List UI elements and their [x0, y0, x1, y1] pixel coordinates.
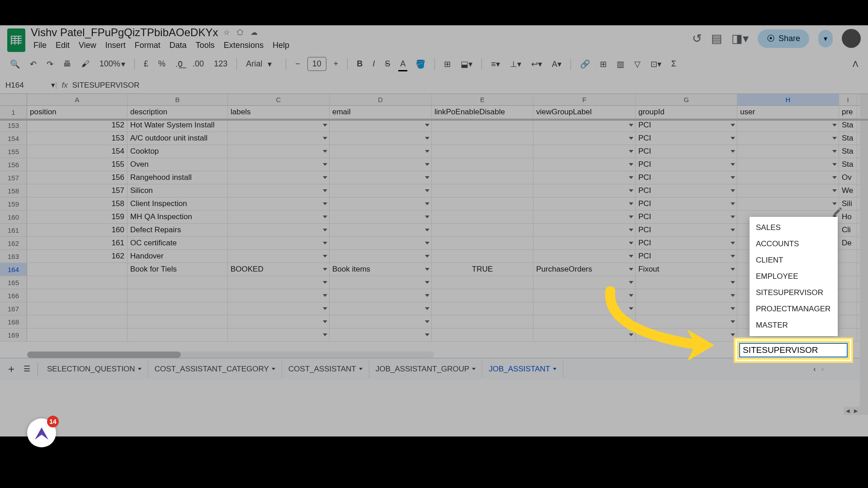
column-header-D[interactable]: D [330, 94, 432, 105]
dropdown-arrow-icon[interactable] [731, 268, 735, 271]
increase-decimal-icon[interactable]: .00 [190, 57, 207, 70]
cell[interactable] [737, 158, 839, 171]
cell[interactable]: 156 [27, 171, 127, 184]
cell[interactable]: 159 [27, 211, 127, 223]
cell[interactable]: Sta [839, 119, 857, 131]
dropdown-arrow-icon[interactable] [425, 216, 429, 218]
dropdown-arrow-icon[interactable] [731, 307, 735, 310]
dropdown-arrow-icon[interactable] [731, 163, 735, 166]
cell[interactable] [432, 184, 533, 197]
tab-scroll-left[interactable]: ‹ [813, 365, 816, 374]
cell[interactable]: A/C outdoor unit install [127, 132, 228, 145]
h-align-button[interactable]: ≡▾ [488, 57, 503, 71]
user-dropdown-list[interactable]: SALESACCOUNTSCLIENTEMPLOYEESITESUPERVISO… [750, 217, 838, 336]
cell[interactable]: TRUE [432, 263, 533, 276]
dropdown-arrow-icon[interactable] [832, 150, 837, 153]
cell[interactable] [533, 211, 636, 223]
field-header[interactable]: groupId [636, 106, 737, 118]
cell[interactable]: PCI [636, 145, 737, 158]
collapse-toolbar-icon[interactable]: ᐱ [850, 57, 861, 71]
dropdown-option[interactable]: SITESUPERVISOR [750, 285, 838, 301]
cell[interactable] [228, 302, 330, 315]
add-sheet-button[interactable]: + [4, 359, 19, 379]
cell[interactable] [432, 250, 533, 263]
cell[interactable]: 161 [27, 237, 127, 249]
cell-edit-input[interactable] [739, 343, 848, 357]
cell[interactable] [27, 315, 127, 328]
sheet-tab[interactable]: COST_ASSISTANT [282, 360, 369, 378]
dropdown-arrow-icon[interactable] [832, 176, 837, 179]
dropdown-arrow-icon[interactable] [629, 281, 633, 284]
tab-scroll-right[interactable]: › [821, 365, 824, 374]
dropdown-arrow-icon[interactable] [731, 242, 735, 244]
cell[interactable]: PCI [636, 250, 737, 263]
dropdown-arrow-icon[interactable] [425, 242, 429, 244]
dropdown-arrow-icon[interactable] [629, 202, 633, 205]
cell[interactable] [330, 315, 432, 328]
column-header-E[interactable]: E [432, 94, 533, 105]
meet-icon[interactable]: ◨▾ [731, 32, 749, 46]
cell[interactable] [533, 184, 636, 197]
cell[interactable]: Client Inspection [127, 197, 228, 210]
document-title[interactable]: Vishv Patel_FPuPgQizTPbibAOeDKYx [31, 26, 218, 39]
cell[interactable] [228, 328, 330, 341]
dropdown-arrow-icon[interactable] [731, 255, 735, 258]
dropdown-arrow-icon[interactable] [323, 307, 327, 310]
row-header[interactable]: 164 [0, 263, 27, 276]
dropdown-arrow-icon[interactable] [425, 176, 429, 179]
cell[interactable] [636, 302, 737, 315]
cell[interactable]: 154 [27, 145, 127, 158]
dropdown-option[interactable]: CLIENT [750, 252, 838, 268]
dropdown-arrow-icon[interactable] [629, 294, 633, 297]
cell[interactable] [330, 197, 432, 210]
dropdown-arrow-icon[interactable] [425, 281, 429, 284]
fill-color-button[interactable]: 🪣 [413, 57, 428, 71]
cell[interactable] [533, 145, 636, 158]
dropdown-arrow-icon[interactable] [323, 176, 327, 179]
chevron-down-icon[interactable] [359, 368, 363, 370]
dropdown-arrow-icon[interactable] [323, 202, 327, 205]
all-sheets-button[interactable]: ☰ [19, 361, 35, 377]
menu-format[interactable]: Format [132, 40, 163, 51]
cell[interactable] [432, 224, 533, 236]
cell[interactable]: 153 [27, 132, 127, 145]
cell[interactable] [737, 119, 839, 131]
dropdown-arrow-icon[interactable] [323, 216, 327, 218]
cell[interactable] [432, 328, 533, 341]
cell[interactable] [228, 132, 330, 145]
filter-icon[interactable]: ▽ [632, 57, 643, 71]
cell[interactable] [330, 184, 432, 197]
chevron-down-icon[interactable] [472, 368, 476, 370]
share-button[interactable]: ⦿ Share [758, 29, 809, 48]
cell[interactable] [432, 197, 533, 210]
percent-button[interactable]: % [156, 57, 168, 70]
row-header[interactable]: 156 [0, 158, 27, 171]
cell[interactable] [228, 315, 330, 328]
menu-file[interactable]: File [31, 40, 49, 51]
dropdown-arrow-icon[interactable] [629, 229, 633, 231]
cell[interactable]: PCI [636, 184, 737, 197]
dropdown-arrow-icon[interactable] [731, 229, 735, 231]
dropdown-arrow-icon[interactable] [323, 294, 327, 297]
cell[interactable] [432, 276, 533, 289]
cell[interactable]: PCI [636, 132, 737, 145]
cell[interactable] [432, 132, 533, 145]
cell[interactable] [432, 315, 533, 328]
dropdown-arrow-icon[interactable] [323, 281, 327, 284]
dropdown-arrow-icon[interactable] [629, 333, 633, 336]
undo-icon[interactable]: ↶ [27, 57, 39, 71]
cell[interactable]: OC certificate [127, 237, 228, 249]
cell[interactable]: MH QA Inspection [127, 211, 228, 223]
column-header-G[interactable]: G [636, 94, 737, 105]
comments-icon[interactable]: ▤ [711, 32, 722, 46]
print-icon[interactable]: 🖶 [61, 57, 74, 70]
dropdown-arrow-icon[interactable] [731, 189, 735, 192]
cell[interactable] [330, 211, 432, 223]
cell[interactable] [839, 315, 857, 328]
dropdown-arrow-icon[interactable] [832, 137, 837, 140]
cell[interactable] [533, 328, 636, 341]
bold-button[interactable]: B [354, 57, 365, 70]
cell[interactable]: PCI [636, 224, 737, 236]
cell[interactable] [533, 224, 636, 236]
row-header[interactable]: 155 [0, 145, 27, 158]
